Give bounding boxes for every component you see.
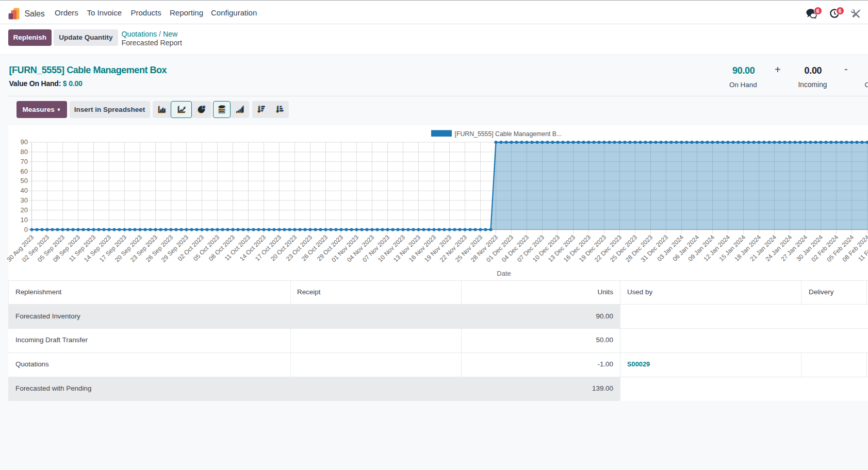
svg-text:60: 60 bbox=[21, 167, 28, 175]
svg-text:20: 20 bbox=[21, 206, 28, 214]
svg-text:10: 10 bbox=[21, 216, 28, 224]
svg-text:30: 30 bbox=[21, 196, 28, 204]
svg-text:Date: Date bbox=[497, 270, 511, 277]
svg-text:90: 90 bbox=[21, 138, 28, 146]
svg-text:[FURN_5555] Cable Management B: [FURN_5555] Cable Management B... bbox=[455, 130, 562, 138]
svg-text:0: 0 bbox=[24, 226, 28, 233]
svg-text:70: 70 bbox=[21, 158, 28, 165]
svg-text:80: 80 bbox=[21, 148, 28, 156]
svg-text:40: 40 bbox=[21, 187, 28, 194]
svg-text:50: 50 bbox=[21, 177, 28, 184]
